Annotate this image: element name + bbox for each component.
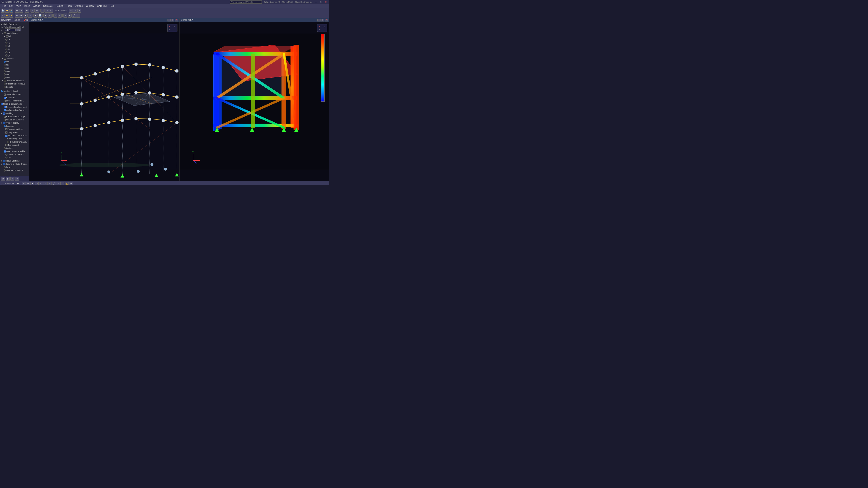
menu-edit[interactable]: Edit (8, 4, 15, 8)
nav-extremes[interactable]: Extremes (0, 96, 29, 99)
nav-isobands[interactable]: Isobands (0, 125, 29, 128)
menu-help[interactable]: Help (108, 4, 116, 8)
nav-gz[interactable]: gz (0, 54, 29, 57)
right-view[interactable]: ▣ (24, 13, 28, 18)
nav-bd[interactable]: ▼ bd (0, 35, 29, 38)
ig-check[interactable] (7, 141, 9, 143)
nav-masses[interactable]: ▼ Masses (0, 57, 29, 60)
bt-btn4[interactable]: ⬡ (35, 182, 39, 185)
nav-modal-analysis[interactable]: ▼ Modal Analysis (0, 23, 29, 26)
nd-check[interactable] (1, 103, 3, 105)
bt-btn12[interactable]: ⊕ (69, 182, 73, 185)
zoom-fit[interactable]: ⊡ (69, 8, 73, 13)
nav-type-display[interactable]: ▼ Type of display (0, 121, 29, 125)
menu-assign[interactable]: Assign (32, 4, 41, 8)
nav-sep-lines[interactable]: Separation Lines (0, 93, 29, 96)
nav-icon-4[interactable]: ≡ (15, 177, 19, 181)
nav-values-on-surfaces[interactable]: Values on Surfaces (0, 118, 29, 121)
bt-btn11[interactable]: 📐 (65, 182, 69, 185)
cs-radio[interactable] (4, 83, 6, 85)
menu-window[interactable]: Window (84, 4, 96, 8)
od-check[interactable] (4, 109, 6, 111)
gz-radio[interactable] (5, 55, 7, 57)
nav-my[interactable]: my (0, 63, 29, 66)
isolate-btn[interactable]: ◎ (53, 13, 57, 18)
delete-btn[interactable]: 🗑 (63, 13, 67, 18)
nav-mz[interactable]: mz (0, 66, 29, 70)
nav-results-couplings[interactable]: Results on Couplings (0, 115, 29, 118)
zoom-in[interactable]: + (73, 8, 77, 13)
nav-icon-1[interactable]: ⊞ (1, 177, 5, 181)
nav-local-torsional[interactable]: Local Torsional Rotatio... (0, 99, 29, 102)
bt-btn10[interactable]: ⬡ (60, 182, 64, 185)
new-btn[interactable]: 📄 (1, 8, 5, 13)
mode-shape-check[interactable] (4, 32, 6, 34)
menu-insert[interactable]: Insert (23, 4, 32, 8)
nav-extreme-disp[interactable]: Extreme Displacement (0, 105, 29, 109)
nav-including-gray[interactable]: Including Gray Zo... (0, 140, 29, 143)
nav-outlines-deformed[interactable]: Outlines of Deformed Surf... (0, 109, 29, 112)
minimize-btn[interactable]: ─ (314, 1, 317, 3)
spec-radio[interactable] (4, 86, 6, 88)
mask-check[interactable] (3, 112, 5, 115)
nav-smooth-color[interactable]: Smooth Color Transi... (0, 134, 29, 137)
gy-radio[interactable] (5, 51, 7, 53)
my-radio[interactable] (4, 64, 6, 66)
nav-isolines[interactable]: Isolines (0, 147, 29, 150)
sl-check[interactable] (4, 94, 6, 96)
nav-mxk[interactable]: mxk (0, 70, 29, 73)
menu-options[interactable]: Options (73, 4, 84, 8)
freq-prev-btn[interactable]: ◀ (16, 29, 18, 31)
nav-section-colored[interactable]: Section Colored (0, 90, 29, 93)
il-radio[interactable] (4, 147, 6, 149)
menu-view[interactable]: View (15, 4, 23, 8)
nav-pin-btn[interactable]: 📌 (23, 19, 26, 21)
nav-icon-3[interactable]: ▷ (10, 177, 14, 181)
right-close-btn[interactable]: ✕ (324, 19, 328, 22)
results-btn[interactable]: 📊 (38, 13, 42, 18)
nav-ux[interactable]: ux (0, 38, 29, 41)
mxk-radio[interactable] (4, 70, 6, 72)
coord-system-select[interactable]: 1 - Global XYZ (1, 182, 20, 185)
nav-uz[interactable]: uz (0, 44, 29, 47)
nav-gray-zone[interactable]: Gray Zone (0, 131, 29, 134)
animate-btn[interactable]: ▶ (33, 13, 37, 18)
nav-uy[interactable]: uy (0, 41, 29, 44)
move-btn[interactable]: ✛ (35, 8, 39, 13)
left-close-btn[interactable]: ✕ (175, 19, 178, 22)
nav-myr[interactable]: myr (0, 73, 29, 76)
nav-masking[interactable]: ▼ Masking (0, 112, 29, 115)
nav-mx[interactable]: mx (0, 60, 29, 63)
nav-current-sel[interactable]: Current Selection [u] (0, 82, 29, 86)
redo-btn[interactable]: ↪ (19, 8, 23, 13)
mx-radio[interactable] (4, 61, 6, 63)
point-btn[interactable]: • (68, 13, 72, 18)
bt-btn8[interactable]: ╱ (52, 182, 56, 185)
nav-mesh-nodes-solids[interactable]: Mesh Nodes - Solids (0, 150, 29, 153)
solid-btn[interactable]: ⬡ (49, 8, 53, 13)
pan-btn[interactable]: ✋ (5, 13, 9, 18)
myz-radio[interactable] (4, 76, 6, 78)
zoom-out[interactable]: − (77, 8, 81, 13)
bt-btn7[interactable]: ✏ (48, 182, 52, 185)
ux-radio[interactable] (5, 39, 7, 41)
select-btn[interactable]: ↖ (31, 8, 35, 13)
left-max-btn[interactable]: □ (171, 19, 174, 22)
freq-next-btn[interactable]: ▶ (18, 29, 21, 31)
nav-off[interactable]: Off (0, 156, 29, 159)
open-btn[interactable]: 📂 (5, 8, 9, 13)
section-btn[interactable]: ⊕ (43, 13, 48, 18)
menu-file[interactable]: File (1, 4, 8, 8)
menu-cadbim[interactable]: CAD-BIM (95, 4, 108, 8)
dim-btn[interactable]: ↔ (58, 13, 62, 18)
tr-check[interactable] (5, 144, 7, 146)
left-min-btn[interactable]: ─ (167, 19, 170, 22)
nav-u1[interactable]: |u| = 1 (0, 166, 29, 169)
is-radio[interactable] (5, 154, 7, 156)
u1-radio[interactable] (4, 166, 6, 168)
nav-mode-shape[interactable]: ▼ Mode Shape (0, 32, 29, 35)
ib-radio[interactable] (4, 125, 6, 127)
td-check[interactable] (3, 122, 5, 124)
mns-check[interactable] (4, 151, 6, 153)
measure-btn[interactable]: 📏 (9, 13, 13, 18)
